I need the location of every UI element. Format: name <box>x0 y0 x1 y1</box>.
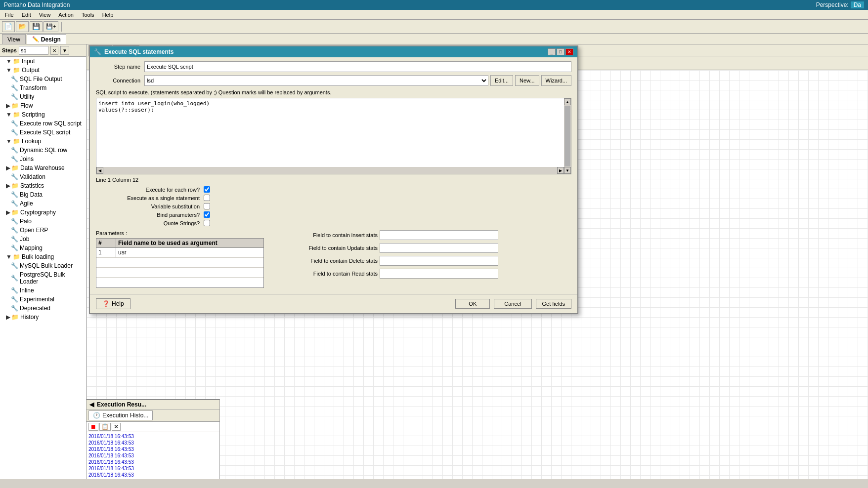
params-col-field: Field name to be used as argument <box>116 239 263 247</box>
execute-single-label: Execute as a single statement <box>96 195 200 201</box>
sidebar-item-execute-sql[interactable]: 🔧 Execute SQL script <box>0 128 86 137</box>
params-col-hash: # <box>96 239 116 247</box>
delete-stats-label: Field to contain Delete stats <box>279 258 378 264</box>
insert-stats-label: Field to contain insert stats <box>279 232 378 238</box>
read-stats-input[interactable] <box>380 269 498 279</box>
sidebar-item-utility[interactable]: 🔧 Utility <box>0 92 86 101</box>
sidebar-item-execute-row-sql[interactable]: 🔧 Execute row SQL script <box>0 119 86 128</box>
scrollbar-right-button[interactable]: ▶ <box>557 167 564 174</box>
step-name-label: Step name <box>96 64 140 70</box>
menu-tools[interactable]: Tools <box>78 11 98 19</box>
sidebar-item-inline[interactable]: 🔧 Inline <box>0 286 86 295</box>
menu-bar: File Edit View Action Tools Help <box>0 10 868 20</box>
sidebar-item-joins[interactable]: 🔧 Joins <box>0 155 86 163</box>
sidebar-item-input[interactable]: ▼ 📁 Input <box>0 57 86 66</box>
sidebar-item-transform[interactable]: 🔧 Transform <box>0 83 86 92</box>
sidebar-item-job[interactable]: 🔧 Job <box>0 235 86 244</box>
variable-sub-checkbox[interactable] <box>204 203 210 209</box>
sidebar-item-mapping[interactable]: 🔧 Mapping <box>0 244 86 252</box>
sidebar-item-palo[interactable]: 🔧 Palo <box>0 217 86 226</box>
app-title: Pentaho Data Integration <box>4 1 70 8</box>
dialog-icon: 🔧 <box>94 48 101 55</box>
quote-strings-label: Quote Strings? <box>96 220 200 226</box>
sidebar-item-experimental[interactable]: 🔧 Experimental <box>0 295 86 304</box>
sidebar-item-sql-file-output[interactable]: 🔧 SQL File Output <box>0 75 86 83</box>
main-toolbar: 📄 📂 💾 💾+ <box>0 20 868 34</box>
insert-stats-input[interactable] <box>380 230 498 240</box>
sidebar-item-validation[interactable]: 🔧 Validation <box>0 172 86 181</box>
connection-label: Connection <box>96 78 140 83</box>
sidebar-item-deprecated[interactable]: 🔧 Deprecated <box>0 304 86 313</box>
save-button[interactable]: 💾 <box>30 21 43 32</box>
cancel-button[interactable]: Cancel <box>494 299 531 309</box>
dialog-overlay: 🔧 Execute SQL statements _ □ ✕ <box>87 44 868 479</box>
scrollbar-down-button[interactable]: ▼ <box>564 167 571 174</box>
connection-select[interactable]: lsd <box>144 75 488 86</box>
params-empty-row-1 <box>96 258 263 268</box>
read-stats-label: Field to contain Read stats <box>279 271 378 277</box>
sidebar-item-data-warehouse[interactable]: ▶ 📁 Data Warehouse <box>0 163 86 172</box>
perspective-label: Perspective: <box>816 1 849 8</box>
scrollbar-left-button[interactable]: ◀ <box>96 167 103 174</box>
menu-edit[interactable]: Edit <box>18 11 35 19</box>
delete-stats-input[interactable] <box>380 256 498 266</box>
sidebar-item-mysql-bulk[interactable]: 🔧 MySQL Bulk Loader <box>0 261 86 270</box>
dialog-maximize-button[interactable]: □ <box>557 48 564 55</box>
perspective-bar: Perspective: Da <box>816 1 864 8</box>
search-input[interactable] <box>19 46 48 55</box>
get-fields-button[interactable]: Get fields <box>536 299 571 309</box>
quote-strings-checkbox[interactable] <box>204 220 210 226</box>
wizard-button[interactable]: Wizard... <box>541 75 571 86</box>
sidebar-item-postgres-bulk[interactable]: 🔧 PostgreSQL Bulk Loader <box>0 270 86 286</box>
new-connection-button[interactable]: New... <box>515 75 539 86</box>
bind-params-label: Bind parameters? <box>96 212 200 218</box>
params-empty-row-3 <box>96 278 263 287</box>
help-icon: ❓ <box>102 300 110 307</box>
scrollbar-thumb[interactable] <box>564 106 570 166</box>
sidebar-item-agile[interactable]: 🔧 Agile <box>0 199 86 208</box>
tab-design[interactable]: ✏️ Design <box>27 34 66 44</box>
search-clear-button[interactable]: ✕ <box>50 46 58 55</box>
execute-each-row-checkbox[interactable] <box>204 186 210 193</box>
params-label: Parameters : <box>96 230 269 236</box>
sidebar-item-scripting[interactable]: ▼ 📁 Scripting <box>0 110 86 119</box>
help-button[interactable]: ❓ Help <box>96 298 130 309</box>
bind-params-checkbox[interactable] <box>204 211 210 218</box>
menu-action[interactable]: Action <box>54 11 78 19</box>
sidebar-item-cryptography[interactable]: ▶ 📁 Cryptography <box>0 208 86 217</box>
scrollbar-up-button[interactable]: ▲ <box>564 98 571 105</box>
update-stats-input[interactable] <box>380 243 498 253</box>
new-button[interactable]: 📄 <box>2 21 15 32</box>
steps-label: Steps <box>2 47 17 53</box>
sidebar-item-lookup[interactable]: ▼ 📁 Lookup <box>0 137 86 146</box>
ok-button[interactable]: OK <box>455 299 490 309</box>
sidebar-item-big-data[interactable]: 🔧 Big Data <box>0 190 86 199</box>
dialog-minimize-button[interactable]: _ <box>548 48 556 55</box>
step-name-input[interactable] <box>144 61 571 72</box>
menu-view[interactable]: View <box>35 11 55 19</box>
sidebar-item-bulk-loading[interactable]: ▼ 📁 Bulk loading <box>0 252 86 261</box>
execute-single-checkbox[interactable] <box>204 195 210 201</box>
sidebar-item-open-erp[interactable]: 🔧 Open ERP <box>0 226 86 235</box>
dialog-title: Execute SQL statements <box>104 48 174 55</box>
save-all-button[interactable]: 💾+ <box>43 21 58 32</box>
sidebar-item-dynamic-sql[interactable]: 🔧 Dynamic SQL row <box>0 146 86 155</box>
sql-editor-textarea[interactable]: insert into user_login(who_logged) value… <box>96 98 564 174</box>
menu-file[interactable]: File <box>1 11 18 19</box>
menu-help[interactable]: Help <box>98 11 118 19</box>
execute-each-row-label: Execute for each row? <box>96 187 200 193</box>
sidebar-item-flow[interactable]: ▶ 📁 Flow <box>0 101 86 110</box>
edit-connection-button[interactable]: Edit... <box>490 75 513 86</box>
perspective-value[interactable]: Da <box>851 1 864 8</box>
open-button[interactable]: 📂 <box>16 21 29 32</box>
dialog-titlebar[interactable]: 🔧 Execute SQL statements _ □ ✕ <box>90 46 577 57</box>
dialog-close-button[interactable]: ✕ <box>565 48 573 55</box>
sidebar-item-history[interactable]: ▶ 📁 History <box>0 313 86 322</box>
sidebar-item-statistics[interactable]: ▶ 📁 Statistics <box>0 181 86 190</box>
sidebar-item-output[interactable]: ▼ 📁 Output <box>0 66 86 75</box>
steps-tree: ▼ 📁 Input ▼ 📁 Output 🔧 SQL File Output 🔧… <box>0 57 86 479</box>
tab-view[interactable]: View <box>2 34 26 44</box>
params-row-1[interactable]: 1 usr <box>96 248 263 258</box>
search-options-button[interactable]: ▼ <box>60 46 69 55</box>
params-empty-row-2 <box>96 268 263 278</box>
